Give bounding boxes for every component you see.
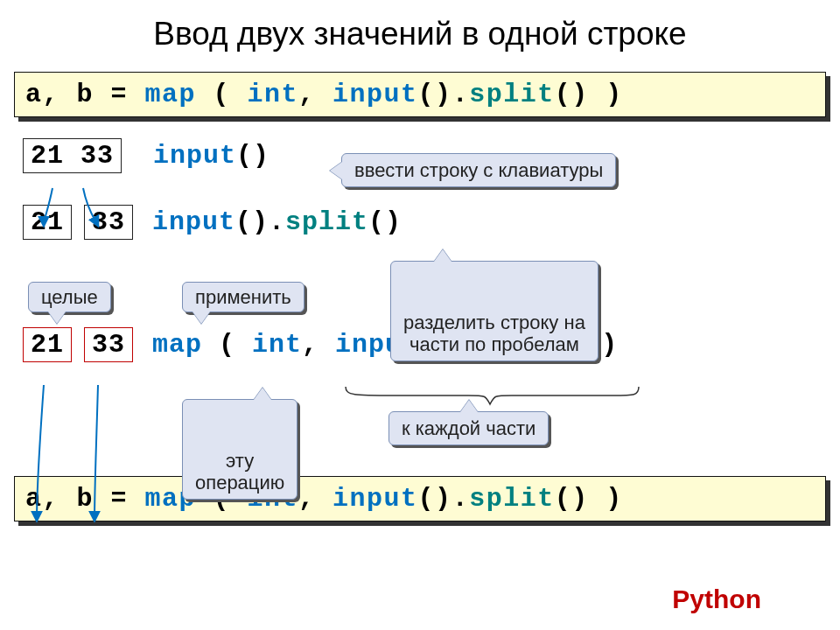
- code-block-bottom: a, b = map ( int, input().split() ): [14, 476, 826, 522]
- callout-split: разделить строку на части по пробелам: [390, 261, 598, 361]
- val-box-33a: 33: [84, 205, 133, 240]
- val-box-21a: 21: [23, 205, 72, 240]
- code-block-top: a, b = map ( int, input().split() ): [14, 72, 826, 117]
- callout-eachpart: к каждой части: [388, 411, 549, 445]
- callout-tail-icon: [48, 312, 66, 324]
- step1-expr: input(): [153, 141, 270, 171]
- callout-integers: целые: [28, 282, 111, 312]
- callout-keyboard: ввести строку с клавиатуры: [341, 153, 616, 187]
- kw-int: int: [248, 80, 299, 109]
- val-box-21b: 21: [23, 327, 72, 362]
- step2-expr: input().split(): [152, 207, 402, 237]
- code-lhs: a, b =: [25, 80, 145, 109]
- callout-tail-icon: [330, 162, 342, 179]
- callout-operation: эту операцию: [182, 399, 298, 500]
- footer-python: Python: [672, 584, 761, 614]
- callout-tail-icon: [460, 400, 478, 412]
- step-2: 21 33 input().split(): [23, 205, 840, 240]
- page-title: Ввод двух значений в одной строке: [0, 0, 840, 72]
- kw-input: input: [332, 80, 418, 109]
- kw-map: map: [145, 80, 197, 109]
- callout-tail-icon: [434, 249, 452, 262]
- val-box-33b: 33: [84, 327, 133, 362]
- callout-tail-icon: [192, 312, 210, 324]
- callout-apply: применить: [182, 282, 304, 312]
- val-box-pair: 21 33: [23, 138, 122, 173]
- callout-tail-icon: [254, 388, 271, 400]
- kw-split: split: [469, 80, 555, 109]
